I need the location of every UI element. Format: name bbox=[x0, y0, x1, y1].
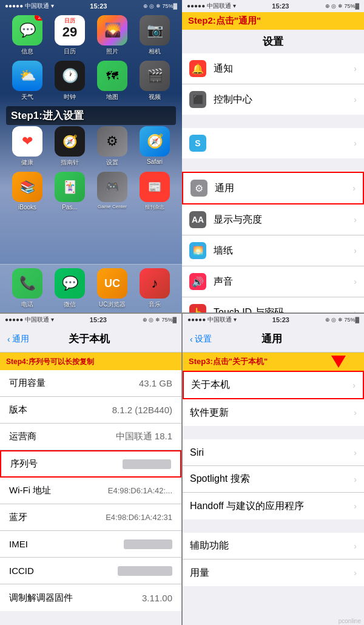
info-capacity: 可用容量 43.1 GB bbox=[0, 370, 181, 397]
settings-list-3: ⚙ 通用 › AA 显示与亮度 › 🌅 墙纸 › bbox=[182, 172, 364, 312]
step1-text: Step1:进入设置 bbox=[11, 110, 84, 121]
general-screen: ●●●●● 中国联通 ▾ 15:23 ⊕ ◎ ❄ 75%▓ ‹ 设置 通用 St… bbox=[183, 314, 364, 625]
settings-item-sound[interactable]: 🔊 声音 › bbox=[182, 266, 364, 297]
about-nav-title: 关于本机 bbox=[29, 332, 150, 346]
app-row-3: ❤ 健康 🧭 指南针 ⚙ 设置 bbox=[6, 126, 176, 167]
settings-separator-2 bbox=[182, 158, 364, 172]
display-icon: AA bbox=[189, 211, 206, 228]
info-wifi: Wi-Fi 地址 E4:98:D6:1A:42:... bbox=[0, 478, 181, 504]
dock-uc[interactable]: UC UC浏览器 bbox=[94, 268, 130, 309]
about-nav-bar: ‹ 通用 关于本机 bbox=[0, 326, 181, 353]
general-separator bbox=[183, 426, 364, 439]
app-messages[interactable]: 💬 2 信息 bbox=[9, 15, 46, 56]
back-to-settings[interactable]: ‹ 设置 bbox=[190, 334, 212, 345]
settings-item-wallpaper[interactable]: 🌅 墙纸 › bbox=[182, 235, 364, 266]
info-serial[interactable]: 序列号 bbox=[0, 450, 181, 478]
bottom-left-status: ●●●●● 中国联通 ▾ 15:23 ⊕ ◎ ❄ 75%▓ bbox=[0, 314, 181, 326]
info-iccid: ICCID bbox=[0, 558, 181, 584]
settings-item-airdrop[interactable]: S › bbox=[182, 128, 364, 158]
app-compass[interactable]: 🧭 指南针 bbox=[52, 126, 88, 167]
general-separator-2 bbox=[183, 519, 364, 533]
messages-badge: 2 bbox=[35, 15, 42, 21]
app-photos[interactable]: 🌄 照片 bbox=[94, 15, 130, 56]
info-imei: IMEI bbox=[0, 531, 181, 558]
step4-text: Step4:序列号可以长按复制 bbox=[6, 357, 94, 366]
right-status-bar: ●●●●● 中国联通 ▾ 15:23 ⊕ ◎ ❄ 75%▓ bbox=[182, 0, 364, 12]
sound-icon: 🔊 bbox=[189, 273, 206, 290]
step2-banner: Step2:点击"通用" bbox=[182, 12, 364, 30]
right-carrier: ●●●●● 中国联通 ▾ bbox=[187, 2, 236, 10]
left-icons: ⊕ ◎ ❄ 75%▓ bbox=[143, 3, 177, 9]
info-version: 版本 8.1.2 (12B440) bbox=[0, 397, 181, 424]
app-maps[interactable]: 🗺 地图 bbox=[94, 61, 130, 101]
left-time: 15:23 bbox=[90, 2, 107, 10]
bottom-right-status: ●●●●● 中国联通 ▾ 15:23 ⊕ ◎ ❄ 75%▓ bbox=[183, 314, 364, 326]
dock: 📞 电话 💬 微信 UC UC浏览器 bbox=[0, 264, 182, 312]
step3-banner: Step3:点击"关于本机" bbox=[183, 353, 364, 371]
top-half: ●●●●● 中国联通 ▾ 15:23 ⊕ ◎ ❄ 75%▓ 💬 2 信息 bbox=[0, 0, 364, 312]
general-nav-bar: ‹ 设置 通用 bbox=[183, 326, 364, 353]
app-row-1: 💬 2 信息 日历 29 日历 🌄 bbox=[6, 15, 176, 56]
app-news[interactable]: 📰 报刊杂志 bbox=[136, 172, 173, 211]
step4-banner: Step4:序列号可以长按复制 bbox=[0, 353, 181, 370]
info-modem: 调制解调器固件 3.11.00 bbox=[0, 584, 181, 611]
about-list: 可用容量 43.1 GB 版本 8.1.2 (12B440) 运营商 中国联通 … bbox=[0, 370, 181, 611]
general-nav-title: 通用 bbox=[212, 332, 332, 346]
general-item-accessibility[interactable]: 辅助功能 › bbox=[183, 533, 364, 559]
info-carrier: 运营商 中国联通 18.1 bbox=[0, 424, 181, 450]
wallpaper-icon: 🌅 bbox=[189, 242, 206, 259]
left-status-bar: ●●●●● 中国联通 ▾ 15:23 ⊕ ◎ ❄ 75%▓ bbox=[0, 0, 182, 12]
left-carrier: ●●●●● 中国联通 ▾ bbox=[5, 2, 54, 10]
settings-list-2: S › bbox=[182, 128, 364, 158]
app-weather[interactable]: ⛅ 天气 bbox=[9, 61, 46, 101]
general-item-usage[interactable]: 用量 › bbox=[183, 559, 364, 586]
settings-item-display[interactable]: AA 显示与亮度 › bbox=[182, 204, 364, 235]
general-list-2: Siri › Spotlight 搜索 › Handoff 与建议的应用程序 › bbox=[183, 439, 364, 519]
control-center-icon: ⬛ bbox=[189, 91, 206, 108]
settings-separator-1 bbox=[182, 115, 364, 128]
right-icons: ⊕ ◎ ❄ 75%▓ bbox=[325, 3, 359, 9]
general-icon: ⚙ bbox=[190, 180, 207, 197]
app-health[interactable]: ❤ 健康 bbox=[9, 126, 46, 167]
dock-music[interactable]: ♪ 音乐 bbox=[136, 268, 173, 309]
app-grid: 💬 2 信息 日历 29 日历 🌄 bbox=[0, 12, 182, 218]
app-videos[interactable]: 🎬 视频 bbox=[136, 61, 173, 101]
general-item-about[interactable]: 关于本机 › bbox=[183, 371, 364, 399]
app-safari[interactable]: 🧭 Safari bbox=[136, 126, 173, 167]
dock-wechat[interactable]: 💬 微信 bbox=[52, 268, 88, 309]
app-clock[interactable]: 🕐 时钟 bbox=[52, 61, 88, 101]
general-list: 关于本机 › 软件更新 › bbox=[183, 371, 364, 426]
main-container: ●●●●● 中国联通 ▾ 15:23 ⊕ ◎ ❄ 75%▓ 💬 2 信息 bbox=[0, 0, 364, 625]
general-item-spotlight[interactable]: Spotlight 搜索 › bbox=[183, 466, 364, 493]
page-source: pconline bbox=[339, 618, 361, 624]
general-list-3: 辅助功能 › 用量 › bbox=[183, 533, 364, 586]
settings-item-general[interactable]: ⚙ 通用 › bbox=[182, 172, 364, 204]
settings-screen: ●●●●● 中国联通 ▾ 15:23 ⊕ ◎ ❄ 75%▓ Step2:点击"通… bbox=[182, 0, 364, 312]
app-row-4: 📚 iBooks 🃏 Pas... 🎮 Game bbox=[6, 172, 176, 211]
app-row-2: ⛅ 天气 🕐 时钟 🗺 地图 bbox=[6, 61, 176, 101]
general-item-handoff[interactable]: Handoff 与建议的应用程序 › bbox=[183, 493, 364, 519]
touchid-icon: 👆 bbox=[189, 304, 206, 312]
app-camera[interactable]: 📷 相机 bbox=[136, 15, 173, 56]
app-gamecenter[interactable]: 🎮 Game Center bbox=[94, 172, 130, 211]
home-screen: ●●●●● 中国联通 ▾ 15:23 ⊕ ◎ ❄ 75%▓ 💬 2 信息 bbox=[0, 0, 182, 312]
settings-list: 🔔 通知 › ⬛ 控制中心 › bbox=[182, 53, 364, 115]
step3-down-arrow bbox=[331, 356, 346, 368]
app-calendar[interactable]: 日历 29 日历 bbox=[52, 15, 88, 56]
app-passbook[interactable]: 🃏 Pas... bbox=[52, 172, 88, 211]
settings-item-notification[interactable]: 🔔 通知 › bbox=[182, 53, 364, 84]
general-item-update[interactable]: 软件更新 › bbox=[183, 399, 364, 426]
settings-item-control-center[interactable]: ⬛ 控制中心 › bbox=[182, 84, 364, 115]
settings-item-touchid[interactable]: 👆 Touch ID 与密码 › bbox=[182, 297, 364, 312]
dock-phone[interactable]: 📞 电话 bbox=[9, 268, 46, 309]
bottom-half: ●●●●● 中国联通 ▾ 15:23 ⊕ ◎ ❄ 75%▓ ‹ 通用 关于本机 … bbox=[0, 314, 364, 625]
app-settings[interactable]: ⚙ 设置 bbox=[94, 126, 130, 167]
step1-banner: Step1:进入设置 bbox=[6, 106, 176, 125]
general-item-siri[interactable]: Siri › bbox=[183, 439, 364, 466]
step2-text: Step2:点击"通用" bbox=[188, 15, 261, 25]
app-ibooks[interactable]: 📚 iBooks bbox=[9, 172, 46, 211]
back-to-general[interactable]: ‹ 通用 bbox=[7, 334, 29, 345]
notification-icon: 🔔 bbox=[189, 60, 206, 77]
settings-page-title: 设置 bbox=[182, 30, 364, 53]
info-bluetooth: 蓝牙 E4:98:D6:1A:42:31 bbox=[0, 504, 181, 531]
